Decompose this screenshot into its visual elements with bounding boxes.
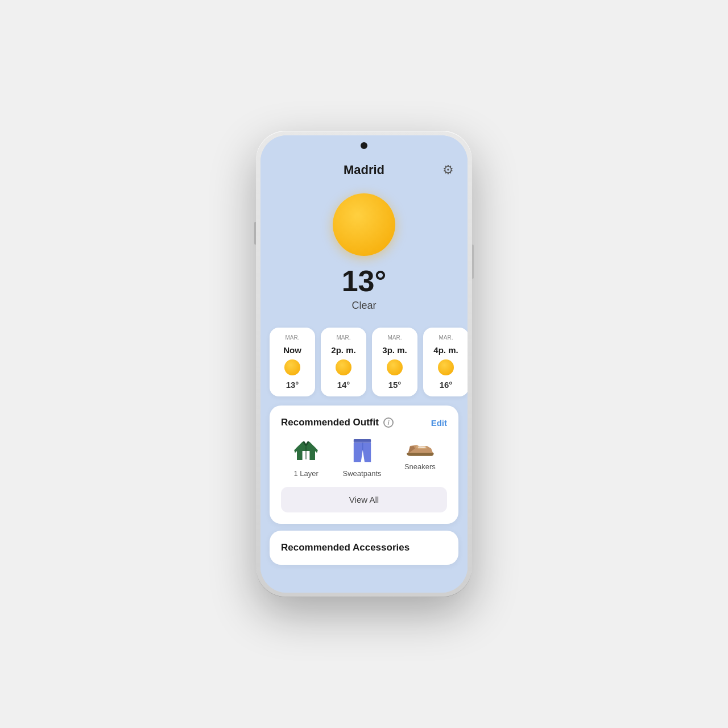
bottom-space — [260, 572, 468, 583]
city-name: Madrid — [344, 163, 384, 177]
hour-time-0: Now — [283, 345, 301, 355]
hour-label-2: MAR. — [388, 334, 402, 341]
jacket-icon — [292, 437, 320, 465]
settings-icon[interactable]: ⚙ — [442, 163, 454, 177]
hour-temp-0: 13° — [286, 380, 299, 390]
hour-card-3pm[interactable]: MAR. 3p. m. 15° — [372, 328, 417, 396]
info-icon[interactable]: i — [383, 417, 394, 428]
hour-time-1: 2p. m. — [331, 345, 355, 355]
phone-frame: Madrid ⚙ 13° Clear MAR. Now 13° — [256, 131, 472, 597]
sun-container — [260, 182, 468, 265]
hour-time-3: 4p. m. — [433, 345, 458, 355]
hour-temp-3: 16° — [440, 380, 453, 390]
svg-rect-2 — [353, 439, 370, 440]
accessories-card: Recommended Accessories — [270, 531, 458, 565]
sneakers-icon — [405, 437, 435, 458]
hour-sun-1 — [336, 359, 351, 375]
svg-line-4 — [419, 446, 425, 446]
hour-sun-0 — [284, 359, 300, 375]
accessories-title: Recommended Accessories — [281, 542, 447, 553]
hour-temp-2: 15° — [388, 380, 402, 390]
outfit-header: Recommended Outfit i Edit — [281, 417, 447, 428]
hour-label-3: MAR. — [439, 334, 453, 341]
hour-label-0: MAR. — [286, 334, 300, 341]
temperature-value: 13° — [260, 265, 468, 297]
weather-description: Clear — [260, 300, 468, 312]
svg-line-5 — [418, 447, 425, 448]
camera-dot — [361, 142, 367, 149]
phone-screen: Madrid ⚙ 13° Clear MAR. Now 13° — [260, 135, 468, 593]
hour-card-now[interactable]: MAR. Now 13° — [270, 328, 315, 396]
hourly-forecast: MAR. Now 13° MAR. 2p. m. 14° MAR. 3p. m.… — [260, 323, 468, 406]
outfit-items: 1 Layer — [281, 437, 447, 478]
screen-content[interactable]: Madrid ⚙ 13° Clear MAR. Now 13° — [260, 156, 468, 593]
cards-section: Recommended Outfit i Edit — [260, 406, 468, 572]
outfit-item-sneakers[interactable]: Sneakers — [404, 437, 436, 478]
sun-icon — [333, 193, 395, 256]
hour-sun-2 — [387, 359, 403, 375]
camera-bar — [260, 135, 468, 156]
hour-temp-1: 14° — [337, 380, 350, 390]
outfit-title-group: Recommended Outfit i — [281, 417, 394, 428]
hour-sun-3 — [438, 359, 454, 375]
view-all-button[interactable]: View All — [281, 487, 447, 512]
outfit-title: Recommended Outfit — [281, 417, 379, 428]
hour-label-1: MAR. — [337, 334, 351, 341]
temperature-section: 13° Clear — [260, 265, 468, 323]
outfit-label-sweatpants: Sweatpants — [343, 469, 382, 478]
hour-time-2: 3p. m. — [382, 345, 407, 355]
outfit-label-jacket: 1 Layer — [294, 469, 318, 478]
outfit-card: Recommended Outfit i Edit — [270, 406, 458, 524]
hour-card-4pm[interactable]: MAR. 4p. m. 16° — [423, 328, 468, 396]
sweatpants-icon — [350, 437, 374, 465]
hour-card-2pm[interactable]: MAR. 2p. m. 14° — [321, 328, 366, 396]
outfit-item-jacket[interactable]: 1 Layer — [292, 437, 320, 478]
header: Madrid ⚙ — [260, 156, 468, 182]
outfit-item-sweatpants[interactable]: Sweatpants — [343, 437, 382, 478]
edit-button[interactable]: Edit — [431, 418, 447, 428]
outfit-label-sneakers: Sneakers — [404, 462, 436, 471]
